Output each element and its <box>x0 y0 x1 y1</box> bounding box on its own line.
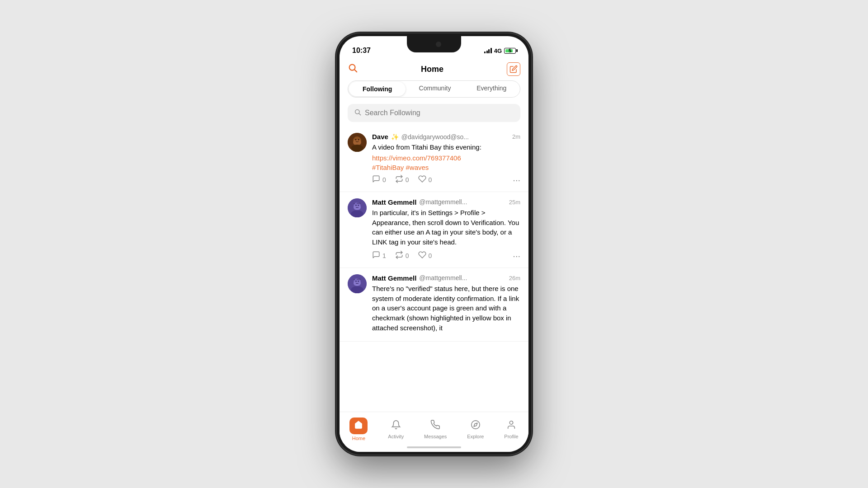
nav-home[interactable]: Home <box>344 416 373 443</box>
post-2: Matt Gemmell @mattgemmell... 25m In part… <box>340 192 528 268</box>
like-count-1: 0 <box>429 176 432 183</box>
avatar-matt-1[interactable] <box>348 198 367 217</box>
like-icon-2 <box>418 251 426 261</box>
search-bar-icon <box>354 108 361 117</box>
post-1-link[interactable]: https://vimeo.com/769377406 <box>372 154 520 162</box>
svg-rect-24 <box>354 279 355 280</box>
nav-profile[interactable]: Profile <box>499 418 524 441</box>
post-2-actions: 1 0 <box>372 251 520 261</box>
tab-community[interactable]: Community <box>406 81 463 97</box>
post-1-content: Dave ✨ @davidgarywood@so... 2m A video f… <box>372 133 520 185</box>
svg-line-3 <box>359 113 361 115</box>
svg-point-28 <box>509 421 513 424</box>
repost-button-2[interactable]: 0 <box>395 251 409 261</box>
activity-icon <box>391 420 401 432</box>
reply-count-2: 1 <box>382 252 386 259</box>
nav-activity-label: Activity <box>388 434 404 439</box>
svg-point-8 <box>358 139 359 141</box>
messages-icon <box>430 420 440 432</box>
post-3-text: There's no "verified" status here, but t… <box>372 284 520 333</box>
reply-count-1: 0 <box>382 176 386 183</box>
post-2-content: Matt Gemmell @mattgemmell... 25m In part… <box>372 198 520 261</box>
like-button-1[interactable]: 0 <box>418 175 432 185</box>
avatar-dave[interactable] <box>348 133 367 152</box>
svg-marker-27 <box>474 423 477 427</box>
tab-following[interactable]: Following <box>349 82 406 96</box>
explore-icon <box>471 420 481 432</box>
like-count-2: 0 <box>429 252 432 259</box>
post-1-meta: Dave ✨ @davidgarywood@so... 2m <box>372 133 520 141</box>
reply-button-2[interactable]: 1 <box>372 251 386 261</box>
page-title: Home <box>421 65 443 74</box>
repost-icon-2 <box>395 251 403 261</box>
more-button-2[interactable]: ··· <box>513 251 520 261</box>
avatar-matt-2[interactable] <box>348 274 367 293</box>
nav-explore[interactable]: Explore <box>462 418 489 441</box>
repost-icon-1 <box>395 175 403 185</box>
post-1-text: A video from Titahi Bay this evening: <box>372 142 520 152</box>
post-2-handle: @mattgemmell... <box>419 198 506 206</box>
camera <box>436 42 441 47</box>
svg-rect-16 <box>354 203 355 204</box>
svg-point-21 <box>355 281 357 282</box>
svg-point-7 <box>355 139 357 141</box>
notch <box>407 36 461 52</box>
post-3: Matt Gemmell @mattgemmell... 26m There's… <box>340 268 528 342</box>
post-3-time: 26m <box>509 275 520 282</box>
svg-point-26 <box>472 420 480 428</box>
svg-point-13 <box>355 205 357 206</box>
phone-frame: 10:37 4G 5 <box>337 33 531 455</box>
more-button-1[interactable]: ··· <box>513 175 520 185</box>
nav-messages[interactable]: Messages <box>419 418 452 441</box>
app-header: Home <box>340 59 528 80</box>
post-2-time: 25m <box>509 199 520 206</box>
nav-home-label: Home <box>352 436 365 441</box>
search-bar[interactable] <box>348 104 520 122</box>
post-1-hashtags: #TitahiBay #waves <box>372 164 520 171</box>
signal-icon <box>484 48 492 53</box>
post-1: Dave ✨ @davidgarywood@so... 2m A video f… <box>340 127 528 192</box>
battery-icon: 5 <box>504 48 516 54</box>
compose-button[interactable] <box>507 62 520 76</box>
profile-icon <box>506 420 516 432</box>
post-3-content: Matt Gemmell @mattgemmell... 26m There's… <box>372 274 520 335</box>
status-time: 10:37 <box>352 47 371 55</box>
nav-explore-label: Explore <box>467 434 484 439</box>
reply-icon-2 <box>372 251 380 261</box>
reply-button-1[interactable]: 0 <box>372 175 386 185</box>
reply-icon-1 <box>372 175 380 185</box>
post-1-author: Dave <box>372 133 388 141</box>
status-icons: 4G 5 <box>484 47 516 54</box>
phone-screen: 10:37 4G 5 <box>340 36 528 452</box>
svg-rect-17 <box>357 203 361 204</box>
repost-count-1: 0 <box>406 176 409 183</box>
tab-bar: Following Community Everything <box>348 80 520 98</box>
home-indicator <box>407 446 461 448</box>
svg-point-9 <box>351 145 363 152</box>
nav-messages-label: Messages <box>424 434 447 439</box>
like-button-2[interactable]: 0 <box>418 251 432 261</box>
post-3-meta: Matt Gemmell @mattgemmell... 26m <box>372 274 520 282</box>
svg-rect-25 <box>357 279 361 280</box>
tab-everything[interactable]: Everything <box>463 81 520 97</box>
post-1-handle: @davidgarywood@so... <box>401 133 509 141</box>
post-2-meta: Matt Gemmell @mattgemmell... 25m <box>372 198 520 206</box>
repost-count-2: 0 <box>406 252 409 259</box>
like-icon-1 <box>418 175 426 185</box>
bottom-nav: Home Activity Messages <box>340 412 528 452</box>
search-input[interactable] <box>365 109 514 117</box>
repost-button-1[interactable]: 0 <box>395 175 409 185</box>
search-icon[interactable] <box>348 63 358 75</box>
post-1-emoji: ✨ <box>391 133 399 141</box>
svg-line-1 <box>354 70 357 72</box>
post-2-text: In particular, it's in Settings > Profil… <box>372 208 520 247</box>
nav-activity[interactable]: Activity <box>382 418 409 441</box>
post-2-author: Matt Gemmell <box>372 198 416 206</box>
network-type: 4G <box>494 47 502 54</box>
post-3-handle: @mattgemmell... <box>419 274 506 282</box>
nav-profile-label: Profile <box>504 434 518 439</box>
svg-point-22 <box>358 281 359 282</box>
feed: Dave ✨ @davidgarywood@so... 2m A video f… <box>340 127 528 412</box>
post-1-actions: 0 0 <box>372 175 520 185</box>
post-3-author: Matt Gemmell <box>372 274 416 282</box>
